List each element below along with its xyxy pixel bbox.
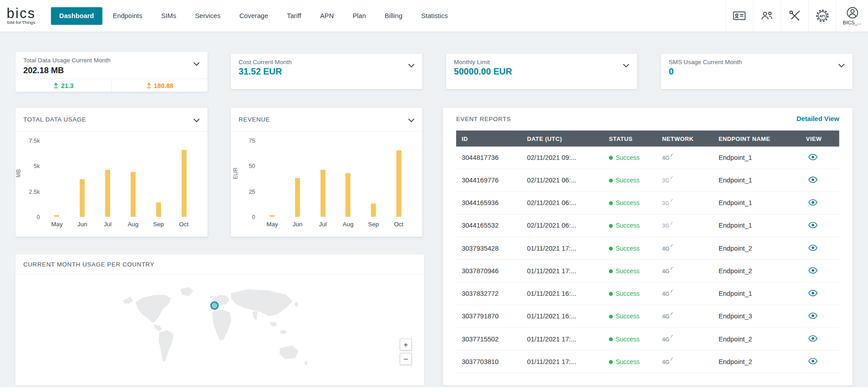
eye-view-icon[interactable]: [808, 358, 818, 366]
event-date: 01/11/2021 17:...: [521, 358, 603, 365]
x-tick-label: Sep: [361, 221, 386, 228]
users-button[interactable]: [753, 0, 780, 32]
status-badge: Success: [604, 154, 657, 161]
chart-card-revenue: REVENUE EUR 7550250 MayJunJulAugSepOct: [231, 108, 423, 237]
bar-chart: MB 7.5k5k2.5k0 MayJunJulAugSepOct: [15, 131, 208, 227]
endpoint-name: Endpoint_2: [713, 244, 800, 252]
kpi-title: Cost Current Month: [239, 59, 415, 65]
event-id: 3037832772: [456, 290, 521, 298]
x-axis-labels: MayJunJulAugSepOct: [259, 221, 411, 228]
tools-icon: [788, 10, 801, 22]
network-icon: 4G: [662, 291, 674, 297]
x-tick-label: May: [259, 221, 285, 228]
nav-item-apn[interactable]: APN: [312, 7, 342, 24]
status-dot-icon: [609, 201, 613, 205]
event-date: 01/11/2021 16:...: [521, 313, 603, 320]
brand-logo[interactable]: bics SIM for Things: [0, 7, 44, 24]
eye-view-icon[interactable]: [808, 244, 818, 252]
status-dot-icon: [609, 292, 613, 296]
kpi-card-total-data-usage: Total Data Usage Current Month 202.18 MB…: [15, 52, 208, 92]
x-tick-label: Oct: [171, 221, 197, 228]
chevron-down-icon[interactable]: [193, 58, 200, 68]
status-dot-icon: [609, 337, 613, 341]
event-id: 3037870946: [456, 267, 521, 275]
nav-item-coverage[interactable]: Coverage: [231, 7, 276, 24]
bar-may: [270, 215, 275, 217]
x-tick-label: Jun: [70, 221, 95, 228]
x-axis-labels: MayJunJulAugSepOct: [44, 221, 197, 228]
tools-button[interactable]: [781, 0, 808, 32]
chevron-down-icon[interactable]: [623, 60, 630, 70]
world-map-graphic: [113, 278, 332, 383]
event-date: 01/11/2021 17:...: [521, 335, 603, 343]
eye-view-icon[interactable]: [808, 154, 818, 162]
chevron-down-icon[interactable]: [408, 114, 415, 124]
status-badge: Success: [604, 199, 657, 207]
table-row: 3044165936 02/11/2021 06:... Success 3G …: [456, 192, 839, 215]
nav-item-endpoints[interactable]: Endpoints: [104, 7, 151, 24]
endpoint-name: Endpoint_2: [713, 267, 800, 275]
x-tick-label: Aug: [120, 221, 146, 228]
bar-aug: [346, 173, 351, 217]
nav-item-billing[interactable]: Billing: [377, 7, 411, 24]
map-usage-marker[interactable]: [210, 301, 218, 309]
map-zoom-out-button[interactable]: −: [400, 353, 412, 365]
status-badge: Success: [604, 267, 657, 275]
network-icon: 4G: [662, 155, 674, 161]
eye-view-icon[interactable]: [808, 289, 818, 298]
eye-view-icon[interactable]: [808, 312, 818, 320]
bar-jun: [295, 178, 300, 217]
eye-view-icon[interactable]: [808, 335, 818, 343]
event-date: 02/11/2021 09:...: [521, 154, 603, 161]
table-row: 3037935428 01/11/2021 17:... Success 4G …: [456, 237, 839, 260]
event-reports-card: EVENT REPORTS Detailed View IDDATE (UTC)…: [443, 108, 853, 386]
network-icon: 3G: [662, 223, 674, 229]
bar-sep: [156, 202, 161, 217]
nav-item-statistics[interactable]: Statistics: [413, 7, 456, 24]
api-gear-icon: API: [815, 8, 830, 23]
chevron-down-icon[interactable]: [838, 60, 845, 70]
map-zoom-in-button[interactable]: +: [400, 338, 412, 350]
chart-title: REVENUE: [239, 116, 270, 123]
download-value: 21.3: [61, 82, 73, 89]
status-badge: Success: [604, 290, 657, 298]
column-header-endpoint-name: ENDPOINT NAME: [713, 135, 800, 142]
network-icon: 4G: [662, 359, 674, 365]
status-badge: Success: [604, 313, 657, 320]
chevron-down-icon[interactable]: [193, 114, 200, 124]
eye-view-icon[interactable]: [808, 176, 818, 184]
usage-per-country-card: CURRENT MONTH USAGE PER COUNTRY: [15, 254, 424, 385]
network-icon: 4G: [662, 268, 674, 274]
world-map[interactable]: + −: [15, 275, 424, 385]
top-navbar: bics SIM for Things DashboardEndpointsSI…: [0, 0, 868, 32]
event-id: 3037791870: [456, 313, 521, 320]
kpi-value: 202.18 MB: [23, 65, 200, 75]
table-row: 3044169776 02/11/2021 06:... Success 3G …: [456, 169, 839, 192]
nav-item-plan[interactable]: Plan: [344, 7, 374, 24]
kpi-value: 0: [669, 67, 844, 77]
chart-title: TOTAL DATA USAGE: [23, 116, 86, 123]
table-body: 3044817736 02/11/2021 09:... Success 4G …: [456, 146, 839, 373]
status-dot-icon: [609, 224, 613, 228]
nav-item-tariff[interactable]: Tariff: [278, 7, 309, 24]
nav-item-sims[interactable]: SIMs: [153, 7, 184, 24]
nav-item-services[interactable]: Services: [187, 7, 229, 24]
x-tick-label: Oct: [386, 221, 411, 228]
chart-bars: [44, 140, 197, 217]
detailed-view-link[interactable]: Detailed View: [797, 115, 839, 123]
event-id: 3037715502: [456, 335, 521, 343]
nav-item-dashboard[interactable]: Dashboard: [51, 7, 102, 24]
eye-view-icon[interactable]: [808, 267, 818, 275]
event-date: 02/11/2021 06:...: [521, 177, 603, 184]
y-axis-ticks: 7.5k5k2.5k0: [24, 140, 44, 217]
svg-text:API: API: [820, 14, 826, 18]
contacts-button[interactable]: [725, 0, 753, 32]
eye-view-icon[interactable]: [808, 221, 818, 229]
eye-view-icon[interactable]: [808, 199, 818, 207]
profile-button[interactable]: BICS_...: [836, 0, 868, 32]
bar-jun: [80, 179, 85, 217]
api-button[interactable]: API: [808, 0, 836, 32]
upload-value: 180.88: [154, 82, 173, 89]
chevron-down-icon[interactable]: [408, 60, 415, 70]
column-header-date-utc-: DATE (UTC): [521, 135, 603, 142]
